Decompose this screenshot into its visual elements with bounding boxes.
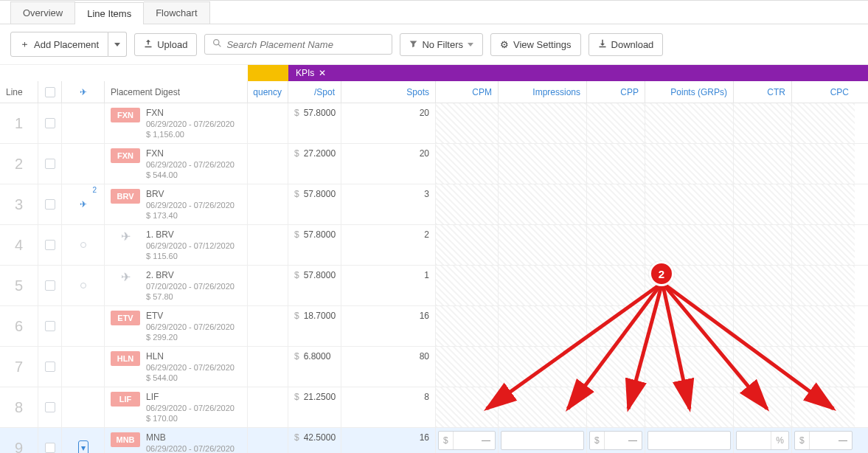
table-row[interactable]: 2FXNFXN06/29/2020 - 07/26/2020$ 544.00$2…	[0, 144, 868, 184]
table-row[interactable]: 8LIFLIF06/29/2020 - 07/26/2020$ 170.00$2…	[0, 387, 868, 428]
kpi-cpm-cell	[436, 387, 499, 427]
kpi-ctr-input[interactable]: %	[736, 431, 789, 450]
per-spot-cell: $57.8000	[288, 103, 341, 143]
kpi-cpc-cell	[792, 347, 855, 387]
flight-cell[interactable]: ✈2	[62, 184, 105, 224]
frequency-cell	[248, 347, 288, 387]
table-row[interactable]: 7HLNHLN06/29/2020 - 07/26/2020$ 544.00$6…	[0, 347, 868, 387]
col-cpm[interactable]: CPM	[436, 81, 499, 103]
col-check[interactable]	[38, 81, 62, 103]
table-row[interactable]: 9▾MNBMNB06/29/2020 - 07/26/2020$ 680.00$…	[0, 428, 868, 453]
placement-dates: 06/29/2020 - 07/26/2020	[146, 120, 235, 128]
flight-cell[interactable]	[62, 347, 105, 387]
placement-name: FXN	[146, 148, 235, 159]
kpi-cpm-input[interactable]: $—	[438, 431, 496, 450]
table-row[interactable]: 1FXNFXN06/29/2020 - 07/26/2020$ 1,156.00…	[0, 103, 868, 144]
frequency-cell	[248, 103, 288, 143]
col-impressions[interactable]: Impressions	[499, 81, 587, 103]
flight-cell[interactable]	[62, 266, 105, 305]
per-spot-cell: $21.2500	[288, 387, 341, 427]
tab-overview[interactable]: Overview	[10, 1, 75, 24]
kpi-cpm-cell	[436, 184, 499, 224]
placement-name: 2. BRV	[146, 270, 235, 280]
kpi-cpm-cell[interactable]: $—	[436, 428, 499, 453]
placement-price: $ 57.80	[146, 292, 235, 301]
row-checkbox[interactable]	[45, 362, 55, 372]
col-cpc[interactable]: CPC	[792, 81, 855, 103]
flight-count-badge: 2	[92, 186, 97, 194]
kpi-cpp-cell	[587, 225, 645, 265]
row-checkbox[interactable]	[45, 199, 55, 210]
row-dropdown-icon[interactable]: ▾	[78, 440, 88, 453]
tab-flowchart[interactable]: Flowchart	[144, 1, 209, 24]
search-input[interactable]	[226, 39, 384, 50]
frequency-cell	[248, 428, 288, 453]
kpi-cpp-input[interactable]: $—	[589, 431, 642, 450]
col-frequency[interactable]: quency	[248, 81, 288, 103]
kpi-cpc-cell[interactable]: $—	[792, 428, 855, 453]
network-badge: MNB	[111, 432, 140, 447]
tab-line-items[interactable]: Line Items	[75, 2, 144, 24]
view-settings-button[interactable]: ⚙ View Settings	[490, 33, 581, 56]
view-settings-label: View Settings	[513, 39, 572, 50]
per-spot-cell: $57.8000	[288, 266, 341, 305]
currency-symbol: $	[294, 392, 299, 402]
row-checkbox[interactable]	[45, 159, 55, 169]
placement-dates: 06/29/2020 - 07/26/2020	[146, 444, 235, 453]
kpi-ctr-cell[interactable]: %	[734, 428, 792, 453]
kpi-cpc-cell	[792, 266, 855, 305]
per-spot-value: 27.2000	[304, 148, 336, 159]
table-row[interactable]: 6ETVETV06/29/2020 - 07/26/2020$ 299.20$1…	[0, 306, 868, 347]
download-button[interactable]: Download	[588, 33, 664, 56]
per-spot-cell: $42.5000	[288, 428, 341, 453]
kpi-grp-input[interactable]	[647, 431, 731, 450]
kpi-grp-cell[interactable]	[645, 428, 734, 453]
grid-header: Line ✈ Placement Digest quency /Spot Spo…	[0, 81, 868, 103]
col-placement-digest[interactable]: Placement Digest	[105, 81, 248, 103]
flight-cell[interactable]	[62, 225, 105, 265]
per-spot-value: 6.8000	[304, 351, 331, 362]
upload-button[interactable]: Upload	[134, 33, 197, 56]
row-checkbox[interactable]	[45, 280, 55, 291]
close-icon[interactable]: ✕	[319, 68, 326, 78]
col-per-spot[interactable]: /Spot	[288, 81, 341, 103]
frequency-cell	[248, 184, 288, 224]
table-row[interactable]: 3✈2BRVBRV06/29/2020 - 07/26/2020$ 173.40…	[0, 184, 868, 225]
row-checkbox[interactable]	[45, 240, 55, 250]
kpi-cpc-cell	[792, 184, 855, 224]
add-placement-button[interactable]: ＋ Add Placement	[10, 32, 108, 57]
currency-symbol: $	[294, 351, 299, 362]
table-row[interactable]: 4✈1. BRV06/29/2020 - 07/12/2020$ 115.60$…	[0, 225, 868, 266]
kpi-cpp-cell[interactable]: $—	[587, 428, 645, 453]
line-number: 7	[0, 347, 38, 387]
search-box[interactable]	[204, 34, 392, 55]
kpi-imp-input[interactable]	[501, 431, 584, 450]
line-number: 1	[0, 103, 38, 143]
flight-cell[interactable]	[62, 144, 105, 184]
row-checkbox[interactable]	[45, 443, 55, 453]
row-checkbox[interactable]	[45, 321, 55, 331]
flight-cell[interactable]	[62, 306, 105, 346]
flight-cell[interactable]	[62, 103, 105, 143]
kpi-ctr-cell	[734, 347, 792, 387]
no-filters-button[interactable]: No Filters	[400, 33, 483, 56]
placement-price: $ 544.00	[146, 170, 235, 179]
col-spots[interactable]: Spots	[341, 81, 436, 103]
spots-cell: 20	[341, 103, 436, 143]
col-line[interactable]: Line	[0, 81, 38, 103]
row-checkbox[interactable]	[45, 402, 55, 412]
col-ctr[interactable]: CTR	[734, 81, 792, 103]
kpi-imp-cell[interactable]	[499, 428, 587, 453]
table-row[interactable]: 5✈2. BRV07/20/2020 - 07/26/2020$ 57.80$5…	[0, 266, 868, 306]
line-number: 2	[0, 144, 38, 184]
checkbox[interactable]	[45, 87, 55, 97]
col-points[interactable]: Points (GRPs)	[645, 81, 734, 103]
kpi-cpc-input[interactable]: $—	[794, 431, 853, 450]
col-flight[interactable]: ✈	[62, 81, 105, 103]
flight-cell[interactable]	[62, 387, 105, 427]
row-checkbox[interactable]	[45, 118, 55, 128]
placement-name: ETV	[146, 311, 235, 321]
add-placement-caret[interactable]	[108, 32, 127, 57]
flight-cell[interactable]: ▾	[62, 428, 105, 453]
col-cpp[interactable]: CPP	[587, 81, 645, 103]
